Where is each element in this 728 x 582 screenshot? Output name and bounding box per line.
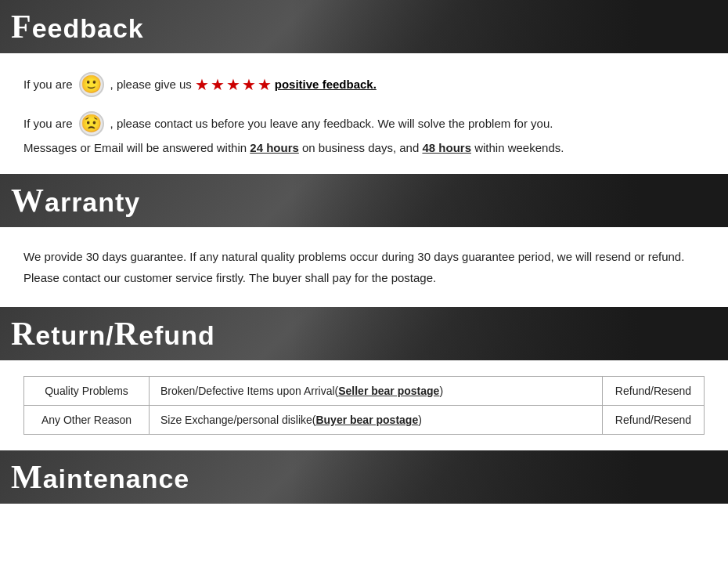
star-1: ★ bbox=[195, 72, 209, 97]
other-action-cell: Refund/Resend bbox=[603, 406, 705, 435]
sad-middle-text: , please contact us before you leave any… bbox=[110, 114, 553, 134]
feedback-content: If you are 🙂 , please give us ★ ★ ★ ★ ★ … bbox=[0, 53, 728, 174]
maintenance-header: Maintenance bbox=[0, 450, 728, 504]
sad-emoji: 😟 bbox=[79, 111, 104, 136]
refund-section: Return/Refund Quality Problems Broken/De… bbox=[0, 307, 728, 435]
quality-problems-cell: Quality Problems bbox=[24, 377, 150, 406]
refund-title-first-r2: R bbox=[114, 316, 139, 352]
warranty-content: We provide 30 days guarantee. If any nat… bbox=[0, 227, 728, 307]
refund-header: Return/Refund bbox=[0, 307, 728, 360]
star-3: ★ bbox=[226, 72, 240, 97]
quality-action-cell: Refund/Resend bbox=[603, 377, 705, 406]
happy-suffix-text: , please give us bbox=[110, 75, 192, 94]
sad-line2-middle: on business days, and bbox=[302, 141, 419, 154]
sad-prefix-text: If you are bbox=[23, 114, 73, 134]
other-desc-cell: Size Exchange/personal dislike(Buyer bea… bbox=[150, 406, 603, 435]
star-rating: ★ ★ ★ ★ ★ bbox=[195, 72, 272, 97]
other-desc-prefix: Size Exchange/personal dislike( bbox=[160, 414, 315, 426]
other-reason-cell: Any Other Reason bbox=[24, 406, 150, 435]
happy-feedback-line: If you are 🙂 , please give us ★ ★ ★ ★ ★ … bbox=[23, 72, 705, 97]
hours-48: 48 hours bbox=[422, 141, 471, 154]
sad-line2-prefix: Messages or Email will be answered withi… bbox=[23, 141, 247, 154]
happy-prefix-text: If you are bbox=[23, 75, 73, 94]
warranty-text: We provide 30 days guarantee. If any nat… bbox=[23, 246, 705, 288]
quality-desc-cell: Broken/Defective Items upon Arrival(Sell… bbox=[150, 377, 603, 406]
sad-feedback-block: If you are 😟 , please contact us before … bbox=[23, 111, 705, 158]
sad-second-line: Messages or Email will be answered withi… bbox=[23, 138, 705, 158]
maintenance-title: Maintenance bbox=[11, 458, 189, 496]
table-row: Any Other Reason Size Exchange/personal … bbox=[24, 406, 705, 435]
warranty-title: Warranty bbox=[11, 182, 140, 219]
feedback-title: Feedback bbox=[11, 8, 144, 45]
star-2: ★ bbox=[211, 72, 225, 97]
star-4: ★ bbox=[242, 72, 256, 97]
buyer-postage: Buyer bear postage bbox=[315, 414, 418, 426]
quality-desc-prefix: Broken/Defective Items upon Arrival( bbox=[160, 385, 338, 397]
seller-postage: Seller bear postage bbox=[338, 385, 439, 397]
maintenance-section: Maintenance bbox=[0, 450, 728, 504]
warranty-title-first: W bbox=[11, 183, 45, 219]
sad-line2-suffix: within weekends. bbox=[474, 141, 564, 154]
positive-feedback-link[interactable]: positive feedback. bbox=[275, 75, 377, 94]
feedback-section: Feedback If you are 🙂 , please give us ★… bbox=[0, 0, 728, 174]
star-5: ★ bbox=[258, 72, 272, 97]
warranty-header: Warranty bbox=[0, 174, 728, 227]
feedback-title-first-letter: F bbox=[11, 9, 32, 45]
refund-title: Return/Refund bbox=[11, 315, 215, 352]
happy-emoji: 🙂 bbox=[79, 72, 104, 97]
warranty-section: Warranty We provide 30 days guarantee. I… bbox=[0, 174, 728, 307]
refund-table: Quality Problems Broken/Defective Items … bbox=[23, 376, 705, 435]
hours-24: 24 hours bbox=[250, 141, 299, 154]
table-row: Quality Problems Broken/Defective Items … bbox=[24, 377, 705, 406]
feedback-header: Feedback bbox=[0, 0, 728, 53]
sad-first-line: If you are 😟 , please contact us before … bbox=[23, 111, 705, 136]
refund-title-first-r1: R bbox=[11, 316, 35, 352]
maintenance-title-first: M bbox=[11, 459, 43, 495]
